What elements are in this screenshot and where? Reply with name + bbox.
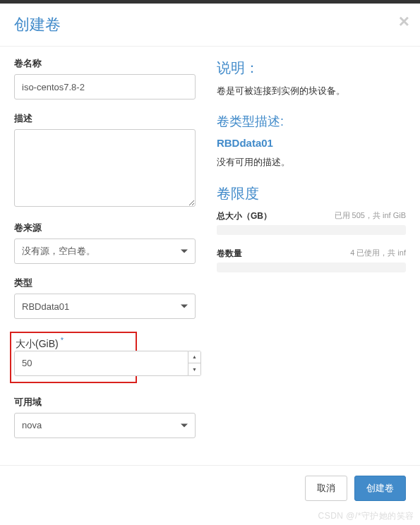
modal-footer: 取消 创建卷 [0,465,420,511]
size-spinner: ▲ ▼ [14,351,201,376]
modal-header: 创建卷 × [0,4,420,46]
chevron-down-icon [181,423,188,427]
type-value: RBDdata01 [22,301,69,312]
source-select[interactable]: 没有源，空白卷。 [14,239,196,264]
form-column: 卷名称 描述 卷来源 没有源，空白卷。 类型 RBDdata01 [14,57,206,451]
field-availability-zone: 可用域 nova [14,396,196,438]
info-heading: 说明： [217,59,406,78]
size-input[interactable] [14,351,188,376]
quota-count-usage: 4 已使用，共 inf [350,248,406,260]
field-source: 卷来源 没有源，空白卷。 [14,222,196,264]
limit-heading: 卷限度 [217,184,406,203]
submit-button[interactable]: 创建卷 [354,476,406,501]
watermark: CSDN @/*守护她的笑容 [318,510,414,511]
quota-count-bar [217,262,406,272]
close-icon[interactable]: × [399,12,409,30]
type-select[interactable]: RBDdata01 [14,294,196,319]
modal-title: 创建卷 [14,14,406,35]
info-column: 说明： 卷是可被连接到实例的块设备。 卷类型描述: RBDdata01 没有可用… [206,57,406,451]
modal-body: 卷名称 描述 卷来源 没有源，空白卷。 类型 RBDdata01 [0,47,420,465]
quota-volume-count: 卷数量 4 已使用，共 inf [217,248,406,272]
quota-size-bar [217,225,406,235]
type-label: 类型 [14,277,196,289]
info-text: 卷是可被连接到实例的块设备。 [217,85,406,97]
type-name: RBDdata01 [217,137,406,149]
volume-name-input[interactable] [14,74,196,99]
quota-size-usage: 已用 505，共 inf GiB [335,210,406,222]
volume-name-label: 卷名称 [14,57,196,70]
size-label: 大小(GiB) * [16,338,64,349]
cancel-button[interactable]: 取消 [305,476,347,501]
required-mark: * [59,336,64,344]
spinner-buttons: ▲ ▼ [188,351,201,376]
spinner-up-icon[interactable]: ▲ [188,351,200,364]
quota-total-size: 总大小（GB） 已用 505，共 inf GiB [217,210,406,235]
field-type: 类型 RBDdata01 [14,277,196,319]
type-desc-text: 没有可用的描述。 [217,156,406,169]
source-label: 卷来源 [14,222,196,234]
field-description: 描述 [14,112,196,209]
source-value: 没有源，空白卷。 [22,245,95,258]
quota-size-label: 总大小（GB） [217,210,272,222]
spinner-down-icon[interactable]: ▼ [188,363,200,375]
quota-count-label: 卷数量 [217,248,242,260]
create-volume-modal: 创建卷 × 卷名称 描述 卷来源 没有源，空白卷。 类型 [0,0,420,511]
description-label: 描述 [14,112,196,125]
az-label: 可用域 [14,396,196,409]
az-select[interactable]: nova [14,413,196,438]
chevron-down-icon [181,250,188,253]
az-value: nova [22,420,42,430]
field-size-highlighted: 大小(GiB) * ▲ ▼ [10,332,137,383]
type-desc-heading: 卷类型描述: [217,113,406,130]
chevron-down-icon [181,305,188,308]
field-volume-name: 卷名称 [14,57,196,99]
description-input[interactable] [14,129,196,207]
